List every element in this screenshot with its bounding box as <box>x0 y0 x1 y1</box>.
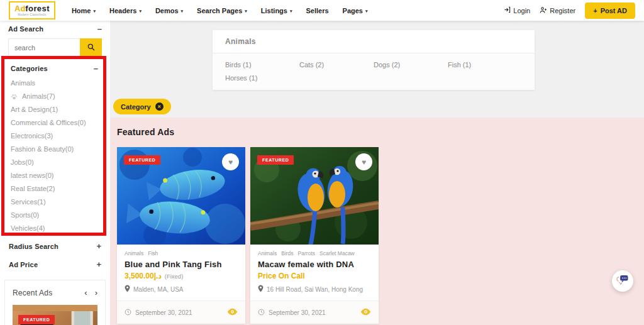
nav-item-sellers[interactable]: Sellers <box>306 7 328 14</box>
featured-badge: FEATURED <box>124 155 160 165</box>
main-nav: Home▾ Headers▾ Demos▾ Search Pages▾ List… <box>72 7 368 14</box>
category-item-fashion-beauty[interactable]: Fashion & Beauty(0) <box>11 143 98 156</box>
recent-ad-image[interactable]: FEATURED <box>13 305 97 325</box>
search-button[interactable] <box>80 38 102 57</box>
recent-ads-title: Recent Ads <box>13 289 52 297</box>
ad-tag[interactable]: Birds <box>281 250 293 256</box>
ad-image[interactable]: FEATURED ♥ <box>250 147 379 245</box>
clock-icon <box>258 309 265 317</box>
ad-footer: September 30, 2021 <box>117 300 245 324</box>
subcategory-cats[interactable]: Cats (2) <box>299 61 374 69</box>
ad-footer: September 30, 2021 <box>250 300 379 324</box>
ad-tag[interactable]: Parrots <box>298 250 315 256</box>
ad-tags: Animals Birds Parrots Scarlet Macaw <box>258 250 371 256</box>
carousel-next-icon[interactable]: › <box>95 288 97 297</box>
nav-item-headers[interactable]: Headers▾ <box>109 7 142 14</box>
featured-heading: Featured Ads <box>117 127 644 137</box>
views-eye-icon[interactable] <box>227 307 238 318</box>
nav-item-listings[interactable]: Listings▾ <box>261 7 292 14</box>
radius-search-widget[interactable]: Radius Search + <box>0 242 110 250</box>
category-item-services[interactable]: Services(1) <box>11 196 98 209</box>
heart-icon: ♥ <box>228 158 233 167</box>
category-item-commercial-offices[interactable]: Commercial & Offices(0) <box>11 116 98 129</box>
ad-title[interactable]: Blue and Pink Tang Fish <box>125 260 238 269</box>
logo-box: Adforest Modern Classifieds <box>9 1 55 19</box>
favorite-button[interactable]: ♥ <box>222 153 239 170</box>
featured-cards-row: FEATURED ♥ Animals Fish Blue and Pink Ta… <box>117 147 644 324</box>
sidebar: Ad Search – Categories – Animals Animals… <box>0 21 110 325</box>
chevron-down-icon: ▾ <box>181 9 184 14</box>
heart-icon: ♥ <box>362 158 366 167</box>
logo[interactable]: Adforest Modern Classifieds <box>9 1 55 19</box>
close-icon[interactable]: ✕ <box>155 102 164 111</box>
expand-icon[interactable]: + <box>96 242 101 250</box>
subcategory-horses[interactable]: Horses (1) <box>225 74 299 82</box>
subcategory-fish[interactable]: Fish (1) <box>448 61 522 69</box>
radius-search-title: Radius Search <box>9 243 58 250</box>
ad-tag[interactable]: Scarlet Macaw <box>319 250 355 256</box>
page: Adforest Modern Classifieds Home▾ Header… <box>0 0 644 325</box>
category-item-art-design[interactable]: Art & Design(1) <box>11 103 98 116</box>
ad-card-macaw[interactable]: FEATURED ♥ Animals Birds Parrots Scarlet… <box>250 147 379 324</box>
categories-widget-highlighted: Categories – Animals Animals(7) Art & De… <box>1 56 106 236</box>
category-animals-icon <box>11 94 18 100</box>
category-item-jobs[interactable]: Jobs(0) <box>11 156 98 169</box>
register-icon <box>540 6 547 15</box>
subcategory-birds[interactable]: Birds (1) <box>225 61 299 69</box>
chat-button[interactable] <box>612 270 633 292</box>
subcategory-dogs[interactable]: Dogs (2) <box>374 61 448 69</box>
category-item-vehicles[interactable]: Vehicles(4) <box>11 222 98 235</box>
category-parent-animals[interactable]: Animals <box>11 77 98 90</box>
ad-tag[interactable]: Fish <box>148 250 158 256</box>
nav-item-demos[interactable]: Demos▾ <box>155 7 183 14</box>
subcategory-links: Birds (1) Cats (2) Dogs (2) Fish (1) Hor… <box>213 53 535 90</box>
ad-details: Animals Birds Parrots Scarlet Macaw Maca… <box>250 245 379 300</box>
expand-icon[interactable]: + <box>96 260 101 268</box>
login-icon <box>504 6 511 14</box>
top-navbar: Adforest Modern Classifieds Home▾ Header… <box>0 0 644 21</box>
logo-text-accent: Ad <box>14 4 25 13</box>
ad-price-widget[interactable]: Ad Price + <box>0 260 110 268</box>
categories-title: Categories <box>11 65 48 72</box>
category-item-sports[interactable]: Sports(0) <box>11 209 98 222</box>
header-actions: Login Register + Post AD <box>504 3 635 19</box>
nav-item-pages[interactable]: Pages▾ <box>343 7 368 14</box>
ad-tag[interactable]: Animals <box>258 250 277 256</box>
category-list: Animals Animals(7) Art & Design(1) Comme… <box>11 77 98 235</box>
chevron-down-icon: ▾ <box>93 9 96 14</box>
collapse-icon[interactable]: – <box>97 25 102 33</box>
register-link[interactable]: Register <box>540 6 575 15</box>
clock-icon <box>125 309 131 317</box>
ad-image[interactable]: FEATURED ♥ <box>117 147 245 245</box>
collapse-icon[interactable]: – <box>94 64 98 72</box>
chevron-down-icon: ▾ <box>290 9 292 14</box>
category-item-animals[interactable]: Animals(7) <box>11 90 98 103</box>
post-ad-button[interactable]: + Post AD <box>585 3 635 19</box>
ad-tag[interactable]: Animals <box>125 250 143 256</box>
ad-title[interactable]: Macaw female with DNA <box>258 260 371 269</box>
nav-item-search-pages[interactable]: Search Pages▾ <box>197 7 247 14</box>
search-input[interactable] <box>8 38 80 57</box>
ad-search-widget: Ad Search – <box>0 22 110 57</box>
carousel-prev-icon[interactable]: ‹ <box>84 288 87 297</box>
category-filter-tag[interactable]: Category ✕ <box>113 99 171 114</box>
price-type: (Fixed) <box>165 273 184 280</box>
favorite-button[interactable]: ♥ <box>355 153 372 170</box>
ad-card-fish[interactable]: FEATURED ♥ Animals Fish Blue and Pink Ta… <box>117 147 245 324</box>
ad-location: 16 Hill Road, Sai Wan, Hong Kong <box>258 285 371 294</box>
ad-price: 3,500.00د.إ (Fixed) <box>125 272 238 280</box>
category-item-electronics[interactable]: Electronics(3) <box>11 129 98 143</box>
category-item-latest-news[interactable]: latest news(0) <box>11 169 98 182</box>
featured-section: Featured Ads <box>110 118 644 325</box>
login-link[interactable]: Login <box>504 6 530 14</box>
ad-date: September 30, 2021 <box>258 309 326 317</box>
ad-date: September 30, 2021 <box>125 309 192 317</box>
views-eye-icon[interactable] <box>360 307 371 318</box>
search-icon <box>87 43 96 53</box>
main-content: Animals Birds (1) Cats (2) Dogs (2) Fish… <box>110 21 644 325</box>
logo-text-main: forest <box>25 4 50 13</box>
location-pin-icon <box>125 285 130 294</box>
category-item-real-estate[interactable]: Real Estate(2) <box>11 182 98 196</box>
nav-item-home[interactable]: Home▾ <box>72 7 96 14</box>
ad-details: Animals Fish Blue and Pink Tang Fish 3,5… <box>117 245 245 300</box>
